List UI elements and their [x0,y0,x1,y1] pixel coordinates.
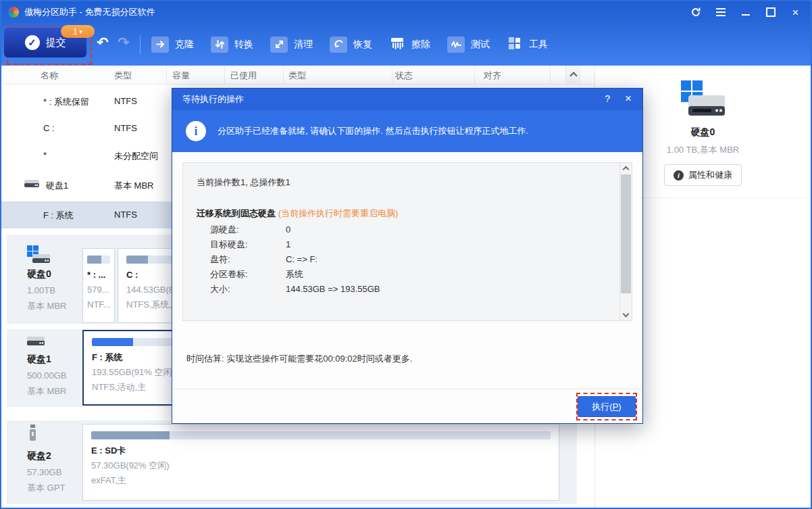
close-button[interactable]: × [783,1,808,23]
toolbar-erase[interactable]: 擦除 [389,35,430,53]
info-icon: i [186,121,206,141]
scroll-up-arrow[interactable] [565,66,581,83]
disk0-windows-disk-icon [27,245,50,264]
undo-icon[interactable]: ↶ [97,34,109,51]
test-icon [447,37,465,53]
help-icon[interactable]: ? [605,93,610,104]
usb-icon [27,425,65,445]
recover-icon [330,37,347,53]
chevron-down-icon: ▾ [80,28,83,35]
info-icon: i [674,170,684,180]
disk-icon [24,178,39,191]
partition-card-e-sdcard[interactable]: E : SD卡 57.30GB(92% 空闲) exFAT,主 [82,424,559,501]
properties-health-button[interactable]: i 属性和健康 [664,164,742,186]
close-icon[interactable]: × [625,92,632,105]
toolbar-test[interactable]: 测试 [447,37,490,53]
scroll-down-icon[interactable] [620,310,632,320]
partition-card-reserved[interactable]: * : ... 579... NTF... [82,248,115,323]
disk1-icon [27,335,67,349]
detail-size: 大小:144.53GB => 193.55GB [210,283,548,295]
toolbar-clean[interactable]: 清理 [270,37,313,53]
redo-icon: ↷ [118,34,130,51]
disk2-row[interactable]: 硬盘2 57.30GB 基本 GPT E : SD卡 57.30GB(92% 空… [7,420,577,504]
maximize-button[interactable] [758,1,783,23]
col-name: 名称 [41,70,58,82]
toolbar-recover[interactable]: 恢复 [330,37,372,53]
table-header: 名称 类型 容量 已使用 类型 状态 对齐 [1,66,594,84]
clone-icon [151,37,169,53]
detail-volume-label: 分区卷标:系统 [210,268,548,281]
minimize-button[interactable] [733,1,758,23]
title-bar: 傲梅分区助手 - 免费无损分区软件 × [1,1,811,23]
dialog-footer-divider [172,389,642,389]
scrollbar-thumb[interactable] [621,174,631,293]
operations-list: 当前操作数1, 总操作数1 迁移系统到固态硬盘 (当前操作执行时需要重启电脑) … [182,162,632,321]
time-estimate: 时间估算: 实现这些操作可能需要花00:09:02时间或者更多. [186,353,412,365]
clean-icon [270,37,288,53]
dialog-banner: i 分区助手已经准备就绪, 请确认下面的操作. 然后点击执行按钮让程序正式地工作… [172,110,642,152]
toolbar-clone[interactable]: 克隆 [151,37,194,53]
toolbar-convert[interactable]: 转换 [211,37,253,53]
menu-icon[interactable] [708,1,733,23]
toolbar-tools[interactable]: 工具 [507,35,548,53]
dialog-title-bar: 等待执行的操作 ? × [172,89,642,110]
submit-label: 提交 [46,37,66,49]
convert-icon [211,37,228,53]
pending-operations-badge[interactable]: 1▾ [61,25,95,38]
window-title: 傲梅分区助手 - 免费无损分区软件 [24,6,155,18]
dialog-scrollbar[interactable] [619,163,632,320]
detail-target-disk: 目标硬盘:1 [210,239,548,251]
restart-warning: (当前操作执行时需要重启电脑) [278,208,399,218]
disk2-info[interactable]: 硬盘2 57.30GB 基本 GPT [27,425,65,494]
detail-drive-letter: 盘符:C: => F: [210,253,548,266]
disk1-info[interactable]: 硬盘1 500.00GB 基本 MBR [27,335,67,397]
scroll-up-icon[interactable] [620,163,632,174]
disk0-info[interactable]: 硬盘0 1.00TB 基本 MBR [27,245,67,312]
col-type: 类型 [114,70,132,82]
erase-icon [389,35,405,53]
toolbar-items: 克隆 转换 清理 恢复 [151,23,565,66]
dialog-message: 分区助手已经准备就绪, 请确认下面的操作. 然后点击执行按钮让程序正式地工作. [218,125,528,137]
col-capacity: 容量 [172,70,190,82]
selected-disk-icon [681,80,726,118]
col-align: 对齐 [484,70,501,82]
tools-icon [507,35,523,53]
execute-button[interactable]: 执行(P) [578,396,636,417]
check-icon: ✓ [25,35,40,50]
toolbar: ✓ 提交 1▾ ↶ ↷ 克隆 转换 [1,23,811,66]
col-used: 已使用 [230,70,257,82]
execute-highlight-box: 执行(P) [576,393,637,420]
detail-source-disk: 源硬盘:0 [210,224,548,236]
window-controls: × [683,1,808,23]
dialog-title: 等待执行的操作 [182,93,244,105]
pending-operations-dialog: 等待执行的操作 ? × i 分区助手已经准备就绪, 请确认下面的操作. 然后点击… [172,88,643,424]
app-window: 傲梅分区助手 - 免费无损分区软件 × ✓ 提交 1▾ ↶ ↷ [0,0,812,509]
col-fstype: 类型 [288,70,306,82]
operation-title: 迁移系统到固态硬盘 (当前操作执行时需要重启电脑) [197,208,398,220]
col-status: 状态 [395,70,413,82]
refresh-icon[interactable] [683,1,708,23]
operations-summary: 当前操作数1, 总操作数1 [197,176,290,189]
app-logo-icon [8,7,19,18]
toolbar-separator [140,35,141,54]
